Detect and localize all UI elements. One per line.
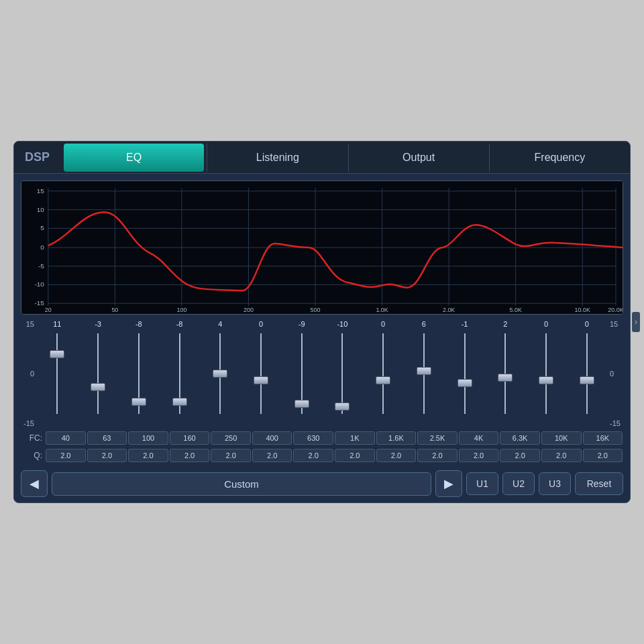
u2-button[interactable]: U2 xyxy=(502,472,535,495)
fader-track-10K[interactable] xyxy=(545,333,547,414)
scale-left: 15 0 -15 xyxy=(21,320,37,427)
fc-cell-10K[interactable]: 10K xyxy=(541,431,582,445)
q-cell-1.6K[interactable]: 2.0 xyxy=(376,449,417,462)
fc-cell-6.3K[interactable]: 6.3K xyxy=(500,431,540,445)
q-cell-40[interactable]: 2.0 xyxy=(46,449,86,462)
svg-text:5: 5 xyxy=(40,224,44,231)
svg-text:0: 0 xyxy=(40,244,44,251)
fader-thumb-2.5K[interactable] xyxy=(417,367,431,375)
svg-text:5.0K: 5.0K xyxy=(510,307,522,313)
svg-text:20: 20 xyxy=(45,307,52,313)
q-cell-160[interactable]: 2.0 xyxy=(170,449,210,462)
fader-thumb-6.3K[interactable] xyxy=(498,374,513,382)
chevron-right-icon[interactable]: › xyxy=(632,312,640,332)
fader-track-100[interactable] xyxy=(138,333,140,414)
fader-thumb-100[interactable] xyxy=(131,398,146,406)
fader-track-6.3K[interactable] xyxy=(504,333,506,414)
tab-eq[interactable]: EQ xyxy=(64,144,204,172)
svg-text:2.0K: 2.0K xyxy=(443,307,455,313)
q-cell-16K[interactable]: 2.0 xyxy=(583,449,623,462)
fc-cell-16K[interactable]: 16K xyxy=(583,431,623,445)
fader-col-2.5K: 6 xyxy=(403,320,444,414)
fader-track-4K[interactable] xyxy=(464,333,466,414)
fader-col-160: -8 xyxy=(159,320,200,414)
q-cell-6.3K[interactable]: 2.0 xyxy=(500,449,540,462)
fader-thumb-4K[interactable] xyxy=(458,379,472,387)
u1-button[interactable]: U1 xyxy=(466,472,498,495)
svg-text:-5: -5 xyxy=(38,262,44,270)
fader-value-630: -9 xyxy=(299,320,305,331)
fader-col-100: -8 xyxy=(118,320,159,414)
fader-thumb-10K[interactable] xyxy=(539,376,553,384)
svg-text:10: 10 xyxy=(37,206,45,213)
fader-track-63[interactable] xyxy=(97,333,99,414)
q-cell-4K[interactable]: 2.0 xyxy=(459,449,499,462)
fader-track-250[interactable] xyxy=(219,333,221,414)
fader-track-16K[interactable] xyxy=(586,333,588,414)
fader-thumb-400[interactable] xyxy=(254,376,268,384)
fc-cell-40[interactable]: 40 xyxy=(46,431,86,445)
q-cell-1K[interactable]: 2.0 xyxy=(335,449,375,462)
q-cell-250[interactable]: 2.0 xyxy=(211,449,251,462)
fader-track-400[interactable] xyxy=(260,333,262,414)
fc-cell-630[interactable]: 630 xyxy=(293,431,333,445)
fader-value-16K: 0 xyxy=(585,320,589,331)
preset-name[interactable]: Custom xyxy=(52,472,431,496)
faders-area: 11-3-8-840-9-1006-1200 xyxy=(37,320,607,414)
reset-button[interactable]: Reset xyxy=(575,472,623,495)
prev-button[interactable]: ◀ xyxy=(21,470,48,497)
fader-col-6.3K: 2 xyxy=(485,320,526,414)
q-cells: 2.02.02.02.02.02.02.02.02.02.02.02.02.02… xyxy=(45,449,623,462)
q-cell-630[interactable]: 2.0 xyxy=(293,449,333,462)
fader-value-160: -8 xyxy=(176,320,183,331)
fader-thumb-1.6K[interactable] xyxy=(376,376,390,384)
fader-track-630[interactable] xyxy=(301,333,303,414)
fc-cell-63[interactable]: 63 xyxy=(87,431,127,445)
fader-col-1.6K: 0 xyxy=(363,320,404,414)
fader-track-2.5K[interactable] xyxy=(423,333,425,414)
fc-cell-400[interactable]: 400 xyxy=(252,431,292,445)
fader-col-16K: 0 xyxy=(566,320,607,414)
tab-listening[interactable]: Listening xyxy=(207,144,347,172)
tab-output[interactable]: Output xyxy=(348,144,489,172)
tab-frequency[interactable]: Frequency xyxy=(489,144,630,172)
u3-button[interactable]: U3 xyxy=(539,472,571,495)
dsp-label: DSP xyxy=(14,150,61,164)
q-row: Q: 2.02.02.02.02.02.02.02.02.02.02.02.02… xyxy=(21,449,623,462)
fc-cell-1.6K[interactable]: 1.6K xyxy=(376,431,417,445)
fader-value-100: -8 xyxy=(136,320,142,331)
fader-thumb-630[interactable] xyxy=(294,400,309,408)
fc-row: FC: 40631001602504006301K1.6K2.5K4K6.3K1… xyxy=(21,431,623,445)
fader-thumb-16K[interactable] xyxy=(580,376,594,384)
fader-value-2.5K: 6 xyxy=(422,320,426,331)
fc-cell-100[interactable]: 100 xyxy=(128,431,168,445)
fader-thumb-160[interactable] xyxy=(172,398,187,406)
fader-thumb-1K[interactable] xyxy=(335,402,350,411)
fader-value-6.3K: 2 xyxy=(503,320,507,331)
fc-cell-250[interactable]: 250 xyxy=(211,431,251,445)
q-cell-400[interactable]: 2.0 xyxy=(252,449,292,462)
eq-graph[interactable]: 15 10 5 0 -5 -10 -15 20 50 100 200 500 1… xyxy=(21,180,623,315)
q-cell-2.5K[interactable]: 2.0 xyxy=(417,449,458,462)
q-cell-63[interactable]: 2.0 xyxy=(87,449,127,462)
svg-text:20.0K: 20.0K xyxy=(608,307,623,313)
fader-thumb-63[interactable] xyxy=(91,383,105,391)
fc-cell-2.5K[interactable]: 2.5K xyxy=(417,431,458,445)
fader-value-400: 0 xyxy=(259,320,263,331)
fader-col-630: -9 xyxy=(281,320,322,414)
svg-text:15: 15 xyxy=(37,187,45,195)
q-cell-100[interactable]: 2.0 xyxy=(128,449,168,462)
fc-cell-1K[interactable]: 1K xyxy=(335,431,375,445)
fader-track-1K[interactable] xyxy=(341,333,343,414)
q-cell-10K[interactable]: 2.0 xyxy=(541,449,582,462)
fader-col-400: 0 xyxy=(241,320,282,414)
fader-track-160[interactable] xyxy=(179,333,180,414)
fader-track-40[interactable] xyxy=(56,333,58,414)
fader-thumb-250[interactable] xyxy=(213,370,227,378)
fader-track-1.6K[interactable] xyxy=(382,333,384,414)
fc-cell-160[interactable]: 160 xyxy=(170,431,210,445)
scale-right: 15 0 -15 xyxy=(607,320,623,427)
fader-thumb-40[interactable] xyxy=(50,350,64,358)
next-button[interactable]: ▶ xyxy=(435,470,462,497)
fc-cell-4K[interactable]: 4K xyxy=(459,431,499,445)
